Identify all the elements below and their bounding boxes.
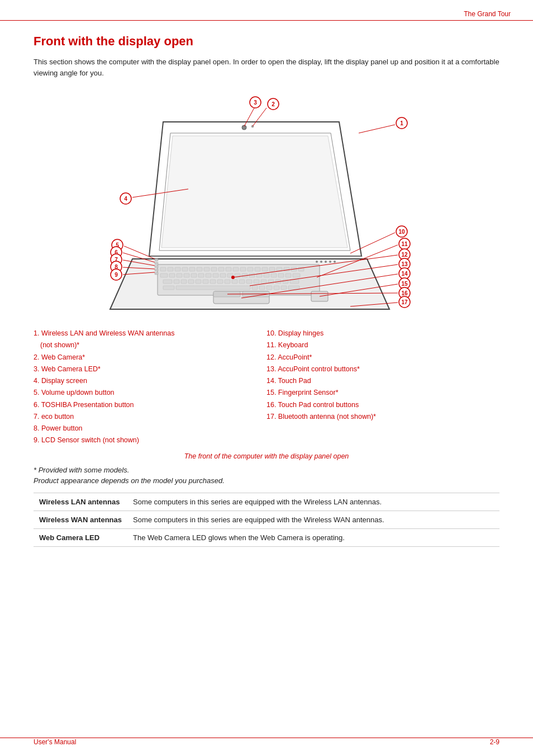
svg-text:4: 4 xyxy=(124,196,127,202)
svg-rect-13 xyxy=(218,267,224,271)
spec-desc: Some computers in this series are equipp… xyxy=(127,511,499,528)
svg-rect-40 xyxy=(271,273,277,277)
svg-rect-69 xyxy=(288,286,299,290)
svg-rect-33 xyxy=(220,273,226,277)
svg-point-86 xyxy=(334,261,336,263)
part-item-14: 14. Touch Pad xyxy=(266,375,499,387)
svg-rect-9 xyxy=(189,267,195,271)
svg-rect-31 xyxy=(206,273,211,277)
svg-rect-11 xyxy=(204,267,210,271)
svg-rect-14 xyxy=(226,267,231,271)
svg-text:11: 11 xyxy=(401,241,408,247)
svg-rect-76 xyxy=(155,269,158,271)
svg-rect-63 xyxy=(176,286,250,290)
spec-desc: Some computers in this series are equipp… xyxy=(127,493,499,511)
part-item-1: 1. Wireless LAN and Wireless WAN antenna… xyxy=(34,328,266,352)
svg-rect-48 xyxy=(196,280,201,284)
svg-text:3: 3 xyxy=(254,100,257,106)
svg-line-88 xyxy=(359,125,395,133)
footnote-models: * Provided with some models. xyxy=(34,466,499,474)
svg-rect-32 xyxy=(213,273,218,277)
spec-term: Wireless LAN antennas xyxy=(34,493,127,511)
svg-rect-66 xyxy=(266,286,272,290)
svg-rect-77 xyxy=(155,272,158,275)
part-item-13: 13. AccuPoint control buttons* xyxy=(266,363,499,375)
svg-point-82 xyxy=(316,261,318,263)
svg-rect-52 xyxy=(225,280,230,284)
spec-row: Web Camera LEDThe Web Camera LED glows w… xyxy=(34,528,499,546)
svg-text:2: 2 xyxy=(272,101,275,107)
svg-rect-64 xyxy=(252,286,258,290)
svg-text:15: 15 xyxy=(401,281,408,287)
svg-rect-17 xyxy=(248,267,253,271)
parts-left-col: 1. Wireless LAN and Wireless WAN antenna… xyxy=(34,328,266,447)
svg-rect-29 xyxy=(191,273,197,277)
svg-point-85 xyxy=(329,261,331,263)
svg-line-91 xyxy=(253,108,266,126)
svg-rect-20 xyxy=(269,267,275,271)
svg-rect-44 xyxy=(163,280,172,284)
svg-rect-51 xyxy=(217,280,223,284)
part-item-15: 15. Fingerprint Sensor* xyxy=(266,387,499,399)
svg-rect-15 xyxy=(233,267,239,271)
footer-right: 2-9 xyxy=(490,738,499,746)
svg-line-115 xyxy=(350,233,395,253)
page-footer: User's Manual 2-9 xyxy=(0,738,533,746)
svg-rect-46 xyxy=(181,280,187,284)
chapter-title: The Grand Tour xyxy=(464,10,511,18)
intro-text: This section shows the computer with the… xyxy=(34,56,499,78)
part-item-9: 9. LCD Sensor switch (not shown) xyxy=(34,434,266,446)
part-item-17: 17. Bluetooth antenna (not shown)* xyxy=(266,411,499,423)
spec-row: Wireless LAN antennasSome computers in t… xyxy=(34,493,499,511)
svg-marker-2 xyxy=(161,136,348,248)
svg-text:17: 17 xyxy=(401,299,408,305)
svg-rect-49 xyxy=(203,280,208,284)
part-item-6: 6. TOSHIBA Presentation button xyxy=(34,399,266,411)
svg-rect-50 xyxy=(210,280,216,284)
product-note: Product appearance depends on the model … xyxy=(34,476,499,485)
svg-rect-8 xyxy=(182,267,188,271)
svg-point-84 xyxy=(325,261,327,263)
svg-rect-75 xyxy=(155,266,158,268)
svg-rect-74 xyxy=(155,262,158,264)
svg-rect-18 xyxy=(255,267,260,271)
section-title: Front with the display open xyxy=(34,34,499,49)
svg-text:10: 10 xyxy=(398,229,405,235)
parts-right-col: 10. Display hinges 11. Keyboard 12. Accu… xyxy=(266,328,499,447)
svg-rect-37 xyxy=(249,273,255,277)
part-item-10: 10. Display hinges xyxy=(266,328,499,339)
svg-rect-62 xyxy=(163,286,174,290)
footer-left: User's Manual xyxy=(34,738,76,746)
svg-text:1: 1 xyxy=(400,120,403,126)
laptop-diagram: 1 2 3 4 5 6 7 xyxy=(77,88,456,318)
part-item-4: 4. Display screen xyxy=(34,375,266,387)
svg-rect-68 xyxy=(281,286,287,290)
svg-rect-65 xyxy=(259,286,265,290)
svg-rect-67 xyxy=(274,286,279,290)
svg-rect-12 xyxy=(211,267,217,271)
svg-rect-30 xyxy=(198,273,204,277)
svg-rect-5 xyxy=(160,267,166,271)
svg-line-94 xyxy=(244,108,254,126)
svg-rect-10 xyxy=(197,267,202,271)
part-item-11: 11. Keyboard xyxy=(266,339,499,351)
page-header: The Grand Tour xyxy=(0,0,533,21)
svg-rect-43 xyxy=(293,273,300,277)
spec-table: Wireless LAN antennasSome computers in t… xyxy=(34,493,499,547)
svg-text:14: 14 xyxy=(401,271,408,277)
part-item-16: 16. Touch Pad control buttons xyxy=(266,399,499,411)
parts-list: 1. Wireless LAN and Wireless WAN antenna… xyxy=(34,328,499,447)
part-item-7: 7. eco button xyxy=(34,411,266,423)
spec-term: Web Camera LED xyxy=(34,528,127,546)
svg-rect-73 xyxy=(155,259,158,261)
part-item-2: 2. Web Camera* xyxy=(34,352,266,363)
svg-text:9: 9 xyxy=(115,272,118,278)
svg-rect-42 xyxy=(285,273,291,277)
svg-text:16: 16 xyxy=(401,290,408,296)
svg-rect-41 xyxy=(278,273,284,277)
part-item-12: 12. AccuPoint* xyxy=(266,352,499,363)
spec-term: Wireless WAN antennas xyxy=(34,511,127,528)
svg-rect-19 xyxy=(262,267,268,271)
svg-rect-7 xyxy=(175,267,180,271)
svg-rect-55 xyxy=(246,280,252,284)
